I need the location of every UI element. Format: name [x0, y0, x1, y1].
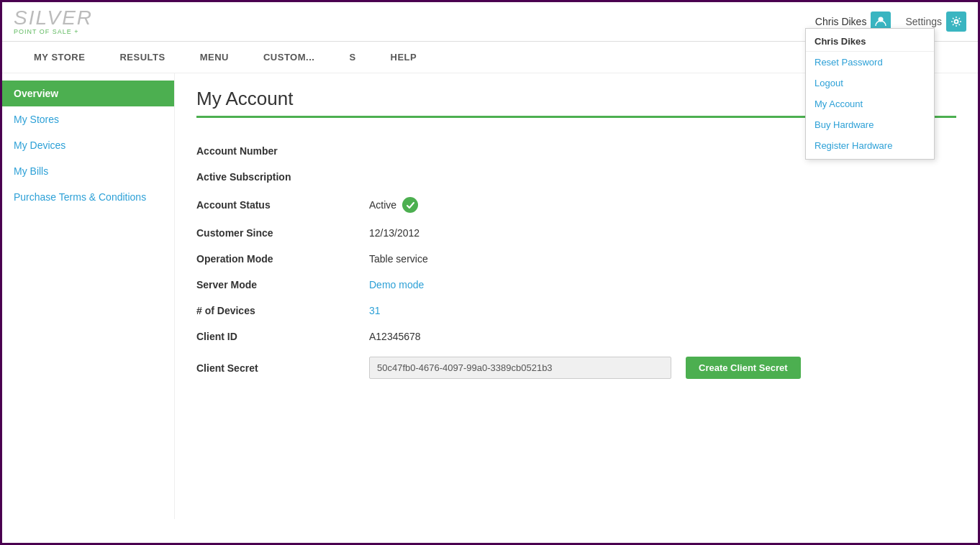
logo-sub: POINT OF SALE + [14, 28, 79, 35]
active-subscription-row: Active Subscription [196, 164, 956, 190]
sidebar-link-my-stores[interactable]: My Stores [14, 114, 59, 125]
customer-since-row: Customer Since 12/13/2012 [196, 220, 956, 246]
dropdown-header: Chris Dikes [806, 32, 934, 52]
client-secret-label: Client Secret [196, 362, 369, 374]
sidebar-link-purchase-terms[interactable]: Purchase Terms & Conditions [14, 191, 146, 203]
dropdown-logout[interactable]: Logout [806, 73, 934, 93]
logo: SILVER POINT OF SALE + [14, 8, 93, 35]
user-dropdown: Chris Dikes Reset Password Logout My Acc… [805, 28, 935, 160]
client-id-value: A12345678 [369, 331, 421, 342]
devices-value: 31 [369, 305, 381, 316]
dropdown-buy-hardware[interactable]: Buy Hardware [806, 114, 934, 135]
server-mode-row: Server Mode Demo mode [196, 272, 956, 298]
operation-mode-label: Operation Mode [196, 253, 369, 265]
client-secret-value-group: Create Client Secret [369, 357, 801, 379]
client-id-row: Client ID A12345678 [196, 324, 956, 349]
customer-since-value: 12/13/2012 [369, 227, 419, 239]
nav-help[interactable]: HELP [373, 42, 435, 73]
settings-label: Settings [905, 16, 942, 27]
nav-s[interactable]: S [332, 42, 373, 73]
active-subscription-label: Active Subscription [196, 171, 369, 183]
devices-row: # of Devices 31 [196, 298, 956, 324]
dropdown-my-account[interactable]: My Account [806, 93, 934, 114]
nav-my-store[interactable]: MY STORE [17, 42, 102, 73]
account-status-row: Account Status Active [196, 190, 956, 220]
server-mode-value: Demo mode [369, 279, 424, 290]
account-status-text: Active [369, 199, 396, 211]
create-secret-button[interactable]: Create Client Secret [686, 357, 801, 379]
svg-point-1 [955, 20, 958, 24]
sidebar-item-overview[interactable]: Overview [2, 81, 174, 106]
nav-menu[interactable]: MENU [183, 42, 246, 73]
sidebar-item-my-devices[interactable]: My Devices [2, 132, 174, 158]
sidebar-item-my-bills[interactable]: My Bills [2, 158, 174, 184]
dropdown-reset-password[interactable]: Reset Password [806, 52, 934, 73]
user-name: Chris Dikes [815, 16, 867, 27]
operation-mode-row: Operation Mode Table service [196, 246, 956, 272]
client-secret-row: Client Secret Create Client Secret [196, 349, 956, 386]
sidebar-link-my-devices[interactable]: My Devices [14, 139, 65, 151]
settings-icon [946, 12, 966, 32]
sidebar-item-my-stores[interactable]: My Stores [2, 106, 174, 132]
account-status-value: Active [369, 197, 418, 213]
status-check-icon [402, 197, 418, 213]
customer-since-label: Customer Since [196, 227, 369, 239]
nav-custom[interactable]: CUSTOM... [246, 42, 332, 73]
header: SILVER POINT OF SALE + Chris Dikes Setti… [2, 2, 978, 42]
logo-main: SILVER [14, 8, 93, 28]
account-number-label: Account Number [196, 145, 369, 157]
account-status-label: Account Status [196, 199, 369, 211]
server-mode-label: Server Mode [196, 279, 369, 290]
sidebar: Overview My Stores My Devices My Bills P… [2, 73, 175, 519]
sidebar-link-my-bills[interactable]: My Bills [14, 165, 48, 177]
dropdown-register-hardware[interactable]: Register Hardware [806, 135, 934, 156]
client-id-label: Client ID [196, 331, 369, 342]
nav-results[interactable]: RESULTS [102, 42, 182, 73]
devices-label: # of Devices [196, 305, 369, 316]
account-table: Account Number Active Subscription Accou… [196, 138, 956, 386]
sidebar-item-purchase-terms[interactable]: Purchase Terms & Conditions [2, 184, 174, 210]
operation-mode-value: Table service [369, 253, 428, 265]
client-secret-input[interactable] [369, 357, 671, 379]
